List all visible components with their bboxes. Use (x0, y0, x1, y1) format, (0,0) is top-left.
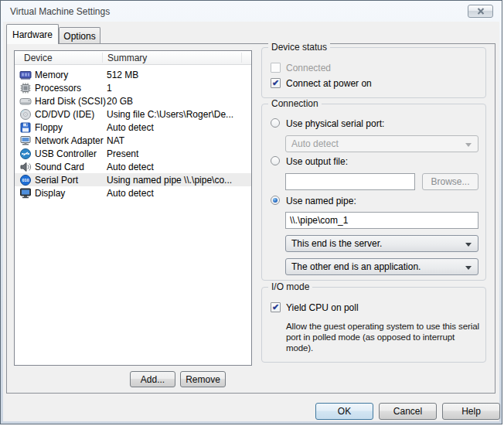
browse-button: Browse... (422, 173, 478, 190)
ok-button[interactable]: OK (315, 403, 373, 420)
processor-icon (19, 82, 32, 94)
physical-port-select: Auto detect (285, 135, 478, 152)
device-row-cd-dvd[interactable]: CD/DVD (IDE) Using file C:\Users\Roger\D… (15, 107, 251, 121)
usb-icon (19, 148, 32, 160)
device-row-hard-disk[interactable]: Hard Disk (SCSI) 20 GB (15, 94, 251, 107)
memory-icon (19, 69, 32, 81)
hard-disk-icon (19, 95, 32, 107)
dropdown-arrow-icon (465, 143, 472, 147)
use-named-pipe-label: Use named pipe: (286, 196, 356, 206)
serial-port-icon: 010 (19, 174, 32, 186)
svg-text:010: 010 (22, 178, 29, 182)
help-button[interactable]: Help (442, 403, 500, 420)
tab-options[interactable]: Options (59, 27, 100, 44)
use-output-file-label: Use output file: (286, 156, 348, 167)
dropdown-arrow-icon (465, 243, 472, 247)
device-row-display[interactable]: Display Auto detect (15, 186, 251, 199)
remove-button[interactable]: Remove (180, 371, 226, 387)
yield-cpu-checkbox[interactable]: ✔ (271, 302, 281, 312)
device-list: Device Summary Memory 512 MB (14, 50, 252, 366)
tab-options-label: Options (63, 31, 95, 42)
named-pipe-input[interactable] (285, 212, 478, 229)
connection-title: Connection (268, 98, 322, 109)
tab-hardware[interactable]: Hardware (6, 24, 59, 44)
device-row-sound-card[interactable]: Sound Card Auto detect (15, 160, 251, 173)
tab-hardware-label: Hardware (12, 29, 53, 40)
floppy-icon (19, 121, 32, 134)
device-status-title: Device status (268, 42, 330, 53)
device-row-processors[interactable]: Processors 1 (15, 81, 251, 94)
device-row-usb-controller[interactable]: USB Controller Present (15, 147, 251, 160)
connect-at-power-on-checkbox[interactable]: ✔ (271, 78, 281, 88)
display-icon (19, 187, 32, 199)
use-physical-serial-port-radio[interactable] (271, 118, 280, 128)
close-button[interactable] (468, 5, 493, 18)
yield-cpu-label: Yield CPU on poll (286, 302, 359, 313)
sound-card-icon (19, 161, 32, 173)
use-named-pipe-radio[interactable] (271, 196, 280, 205)
pipe-end-other-select[interactable]: The other end is an application. (285, 258, 478, 275)
device-status-group: Device status Connected ✔ Connect at pow… (261, 47, 486, 98)
connect-at-power-on-label: Connect at power on (286, 78, 372, 89)
device-row-floppy[interactable]: Floppy Auto detect (15, 121, 251, 134)
titlebar: Virtual Machine Settings (1, 1, 502, 22)
dialog-client-area: Hardware Options Device Summary (3, 22, 499, 421)
io-mode-description: Allow the guest operating system to use … (286, 321, 482, 353)
window-title: Virtual Machine Settings (10, 6, 110, 17)
io-mode-group: I/O mode ✔ Yield CPU on poll Allow the g… (261, 287, 486, 363)
column-header-device[interactable]: Device (24, 53, 53, 63)
connection-group: Connection Use physical serial port: Aut… (261, 104, 486, 281)
device-rows: Memory 512 MB Processors 1 (15, 68, 251, 199)
use-output-file-radio[interactable] (271, 156, 280, 165)
hardware-tab-panel: Device Summary Memory 512 MB (6, 43, 495, 394)
virtual-machine-settings-dialog: Virtual Machine Settings Hardware Option… (0, 0, 502, 424)
dropdown-arrow-icon (465, 266, 472, 270)
cd-dvd-icon (19, 108, 32, 121)
pipe-end-this-select[interactable]: This end is the server. (285, 235, 478, 252)
device-row-network-adapter[interactable]: Network Adapter NAT (15, 134, 251, 147)
use-physical-serial-port-label: Use physical serial port: (286, 118, 384, 129)
network-adapter-icon (19, 135, 32, 147)
connected-checkbox (271, 63, 281, 73)
device-row-memory[interactable]: Memory 512 MB (15, 68, 251, 81)
device-row-serial-port[interactable]: 010 Serial Port Using named pipe \\.\pip… (15, 173, 251, 186)
connected-label: Connected (286, 63, 331, 73)
column-separator (102, 53, 103, 63)
close-icon (477, 8, 485, 15)
column-header-summary[interactable]: Summary (107, 53, 147, 63)
column-separator (241, 53, 242, 63)
add-button[interactable]: Add... (130, 371, 175, 387)
io-mode-title: I/O mode (268, 281, 312, 292)
output-file-input[interactable] (285, 173, 415, 190)
checkmark-icon: ✔ (272, 303, 279, 312)
checkmark-icon: ✔ (272, 79, 279, 87)
radio-dot (273, 198, 278, 203)
device-list-header[interactable]: Device Summary (15, 51, 251, 65)
cancel-button[interactable]: Cancel (379, 403, 437, 420)
